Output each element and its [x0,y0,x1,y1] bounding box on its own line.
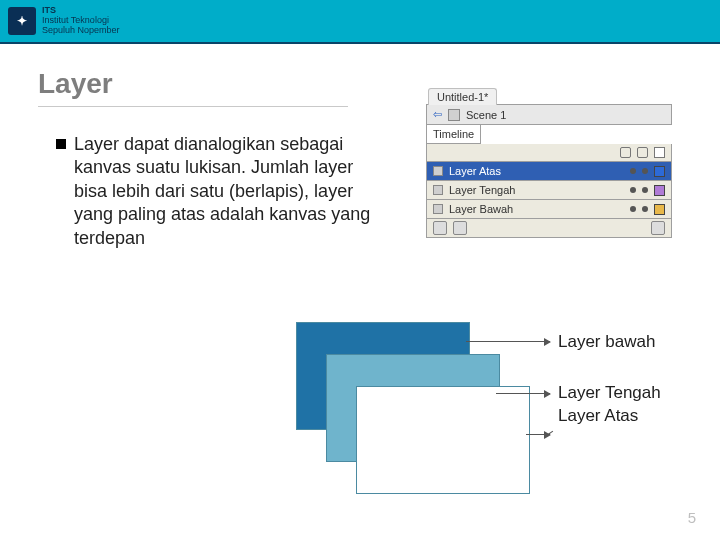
layer-row-atas[interactable]: Layer Atas [426,162,672,181]
eye-icon[interactable] [620,147,631,158]
delete-layer-button[interactable] [651,221,665,235]
arrow-icon [496,393,550,394]
arrow-icon [526,434,550,435]
diagram-rect-top [356,386,530,494]
lock-dot-icon[interactable] [642,187,648,193]
slide-header: ✦ ITS Institut Teknologi Sepuluh Nopembe… [0,0,720,44]
vis-dot-icon[interactable] [630,168,636,174]
new-layer-button[interactable] [433,221,447,235]
diagram-label-top: Layer Atas [558,406,638,426]
timeline-label[interactable]: Timeline [426,125,481,144]
new-folder-button[interactable] [453,221,467,235]
doc-tab[interactable]: Untitled-1* [428,88,497,105]
layer-name: Layer Atas [449,165,501,177]
color-chip [654,166,665,177]
folder-icon [433,166,443,176]
lock-dot-icon[interactable] [642,168,648,174]
layer-diagram [296,322,546,482]
bullet-text: Layer dapat dianalogikan sebagai kanvas … [74,133,386,250]
color-chip [654,185,665,196]
scene-bar: ⇦ Scene 1 [426,104,672,125]
folder-icon [433,204,443,214]
layer-row-bawah[interactable]: Layer Bawah [426,200,672,219]
logo-icon: ✦ [8,7,36,35]
arrow-icon [466,341,550,342]
color-chip [654,204,665,215]
lock-icon[interactable] [637,147,648,158]
org-line3: Sepuluh Nopember [42,25,120,35]
back-arrow-icon[interactable]: ⇦ [433,108,442,121]
vis-dot-icon[interactable] [630,187,636,193]
diagram-label-bottom: Layer bawah [558,332,655,352]
scene-icon [448,109,460,121]
timeline-panel: Untitled-1* ⇦ Scene 1 Timeline Layer Ata… [426,88,672,238]
layer-footer [426,219,672,238]
org-abbrev: ITS [42,5,56,15]
lock-dot-icon[interactable] [642,206,648,212]
diagram-label-middle: Layer Tengah [558,383,661,403]
scene-label[interactable]: Scene 1 [466,109,506,121]
folder-icon [433,185,443,195]
org-line1: Institut [42,15,69,25]
bullet-icon [56,139,66,149]
layer-name: Layer Tengah [449,184,515,196]
outline-icon[interactable] [654,147,665,158]
page-number: 5 [688,509,696,526]
bullet-block: Layer dapat dianalogikan sebagai kanvas … [56,133,386,250]
org-line2: Teknologi [71,15,109,25]
layer-row-tengah[interactable]: Layer Tengah [426,181,672,200]
slide-title: Layer [38,68,348,107]
vis-dot-icon[interactable] [630,206,636,212]
org-text: ITS Institut Teknologi Sepuluh Nopember [42,6,120,36]
layer-header [426,144,672,162]
layer-name: Layer Bawah [449,203,513,215]
